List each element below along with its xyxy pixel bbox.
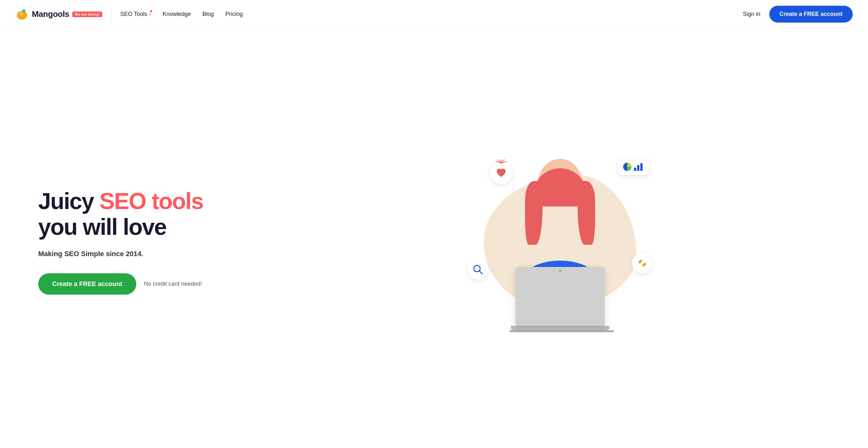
nav-right: Sign in Create a FREE account (743, 6, 853, 23)
hero-title-accent: SEO tools (99, 188, 203, 214)
nav-cta-button[interactable]: Create a FREE account (769, 6, 853, 23)
person-hair (535, 168, 586, 207)
hero-cta-button[interactable]: Create a FREE account (38, 273, 136, 295)
hero-section: Juicy SEO tools you will love Making SEO… (0, 29, 868, 448)
chevron-down-icon: ▾ (149, 12, 151, 16)
svg-rect-12 (637, 165, 640, 171)
seo-tools-link[interactable]: SEO Tools ▾ (120, 11, 151, 18)
heart-icon (496, 168, 506, 178)
laptop (509, 267, 611, 331)
svg-line-15 (479, 271, 483, 274)
laptop-camera (559, 270, 561, 272)
nav-item-seo-tools[interactable]: SEO Tools ▾ (120, 11, 151, 18)
laptop-base-bottom (509, 330, 614, 332)
chart-bubble (618, 159, 649, 175)
heart-bubble (490, 162, 512, 184)
navbar: Mangools We are hiring! SEO Tools ▾ Know… (0, 0, 868, 29)
hero-subtitle: Making SEO Simple since 2014. (38, 250, 268, 258)
nav-item-blog[interactable]: Blog (202, 11, 214, 18)
laptop-screen (516, 267, 605, 326)
hero-left: Juicy SEO tools you will love Making SEO… (38, 188, 268, 295)
hiring-badge: We are hiring! (72, 11, 102, 17)
nav-links: SEO Tools ▾ Knowledge Blog Pricing (120, 11, 243, 18)
search-bubble (468, 259, 488, 280)
nav-item-pricing[interactable]: Pricing (225, 11, 243, 18)
logo-link[interactable]: Mangools We are hiring! (15, 8, 102, 21)
hero-title-part2: you will love (38, 214, 166, 240)
heart-rays-icon (492, 160, 511, 164)
nav-item-knowledge[interactable]: Knowledge (162, 11, 191, 18)
sign-in-button[interactable]: Sign in (743, 11, 761, 18)
search-icon (472, 264, 483, 275)
knowledge-link[interactable]: Knowledge (162, 11, 191, 17)
pie-chart-icon (622, 162, 632, 172)
svg-rect-17 (642, 262, 647, 267)
svg-rect-11 (634, 168, 636, 171)
hero-right (268, 149, 853, 334)
hero-actions: Create a FREE account No credit card nee… (38, 273, 268, 295)
no-credit-card-text: No credit card needed! (144, 281, 202, 287)
blog-link[interactable]: Blog (202, 11, 214, 17)
hero-title: Juicy SEO tools you will love (38, 188, 268, 240)
logo-text: Mangools (32, 9, 69, 19)
svg-rect-13 (640, 163, 643, 171)
logo-icon (15, 8, 29, 21)
bar-chart-icon (633, 162, 645, 172)
pricing-link[interactable]: Pricing (225, 11, 243, 17)
svg-rect-16 (638, 259, 643, 264)
nav-divider (111, 8, 112, 21)
laptop-base (511, 326, 610, 330)
hero-title-plain: Juicy (38, 188, 99, 214)
link-bubble (632, 253, 652, 273)
seo-tools-dot (150, 10, 152, 12)
link-icon (636, 257, 648, 269)
illustration (465, 152, 656, 331)
